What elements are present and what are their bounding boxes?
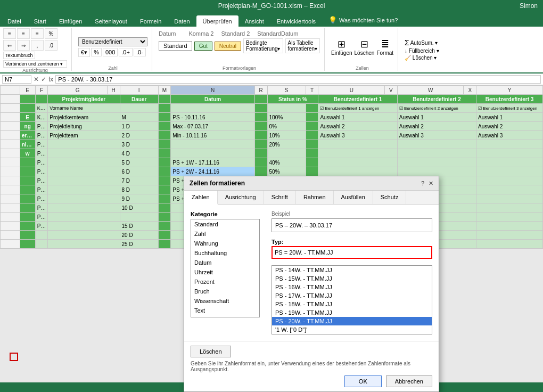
cell-u[interactable] [318, 149, 397, 158]
loeschen2-btn[interactable]: 🧹 Löschen ▾ [405, 55, 437, 61]
bedingte-formatierung-btn[interactable]: BedingteFormatierung▾ [243, 38, 283, 53]
cell-u[interactable]: Auswahl 1 [318, 113, 397, 122]
cell-dauer[interactable]: 20 D [120, 231, 158, 240]
cell-datum-selected[interactable]: PS + 2W - 24.11.16 [171, 167, 255, 176]
cell-y[interactable] [476, 158, 543, 167]
inc-decimal-btn[interactable]: .0+ [119, 48, 133, 56]
cell-y[interactable]: Auswahl 1 [476, 113, 543, 122]
cell-y[interactable] [476, 231, 543, 240]
cell-status[interactable]: 0% [267, 122, 306, 131]
tab-formeln[interactable]: Formeln [134, 15, 168, 27]
cell-datum[interactable] [171, 140, 255, 149]
cell-y[interactable]: Auswahl 2 [476, 122, 543, 131]
cell-kuerzel[interactable]: Pers 4 [35, 167, 48, 176]
cell-datum[interactable] [171, 149, 255, 158]
cell-y[interactable] [476, 240, 543, 249]
cell-dauer[interactable]: 2 D [120, 131, 158, 140]
cat-buchhaltung[interactable]: Buchhaltung [191, 248, 259, 258]
cell-dauer[interactable]: 4 D [120, 149, 158, 158]
cell-u[interactable] [318, 167, 397, 176]
comma-btn[interactable]: , [31, 40, 44, 51]
cell-name[interactable] [48, 176, 120, 185]
cell-dauer[interactable]: M [120, 113, 158, 122]
cell-name[interactable]: Projektkernteam [48, 113, 120, 122]
dec-decimal-btn[interactable]: .0- [134, 48, 146, 56]
cat-standard[interactable]: Standard [191, 219, 259, 229]
cell-w[interactable]: Auswahl 1 [397, 113, 476, 122]
cell-kuerzel[interactable]: Pers 7 [35, 194, 48, 203]
col-f-header[interactable]: F [35, 86, 48, 95]
cell-name[interactable] [48, 213, 120, 222]
cell-y[interactable] [476, 167, 543, 176]
cat-sonderformat[interactable]: Sonderformat [191, 315, 259, 317]
align-left-btn[interactable]: ≡ [3, 28, 16, 39]
tab-start[interactable]: Start [28, 15, 53, 27]
tab-entwicklertools[interactable]: Entwicklertools [270, 15, 322, 27]
col-e-header[interactable]: E [20, 86, 35, 95]
format-item[interactable]: PS - 15W. - TT.MM.JJ [272, 274, 432, 283]
cell-kuerzel[interactable]: Pers 5 [35, 176, 48, 185]
cell-kuerzel[interactable]: Pers 8 [35, 203, 48, 213]
cell-name[interactable] [48, 194, 120, 203]
col-u-header[interactable]: U [318, 86, 385, 95]
fx-icon[interactable]: fx [48, 76, 53, 83]
col-h-header[interactable]: H [107, 86, 120, 95]
percent-btn[interactable]: % [45, 28, 57, 39]
tab-ansicht[interactable]: Ansicht [238, 15, 270, 27]
col-n-header[interactable]: N [171, 86, 255, 95]
cell-dauer[interactable]: 1 D [120, 122, 158, 131]
cell-name[interactable] [48, 185, 120, 194]
style-standard[interactable]: Standard [159, 41, 192, 51]
dialog-tab-schutz[interactable]: Schutz [373, 191, 407, 204]
col-v-header[interactable]: V [385, 86, 398, 95]
col-w-header[interactable]: W [397, 86, 464, 95]
cell-y[interactable]: Auswahl 3 [476, 131, 543, 140]
tab-einfuegen[interactable]: Einfügen [53, 15, 88, 27]
cell-u[interactable]: Auswahl 3 [318, 131, 397, 140]
cell-w[interactable] [397, 167, 476, 176]
type-input[interactable] [272, 246, 432, 259]
col-r-header[interactable]: R [254, 86, 267, 95]
format-item[interactable]: PS - 16W. - TT.MM.JJ [272, 283, 432, 291]
dialog-tab-schrift[interactable]: Schrift [264, 191, 296, 204]
cell-kuerzel[interactable]: Pers 6 [35, 185, 48, 194]
cat-uhrzeit[interactable]: Uhrzeit [191, 267, 259, 277]
cell-kuerzel[interactable]: Pers 1 [35, 140, 48, 149]
cell-w[interactable]: Auswahl 3 [397, 131, 476, 140]
cell-status[interactable]: 100% [267, 113, 306, 122]
cell-y[interactable] [476, 140, 543, 149]
dialog-help-btn[interactable]: ? [421, 180, 424, 187]
cell-w[interactable]: Auswahl 2 [397, 122, 476, 131]
ok-btn[interactable]: OK [344, 375, 382, 387]
tab-datei[interactable]: Datei [1, 15, 28, 27]
cell-name[interactable] [48, 222, 120, 231]
verbinden-btn[interactable]: Verbinden und zentrieren ▾ [3, 60, 67, 68]
cell-kuerzel[interactable] [35, 240, 48, 249]
cell-datum[interactable]: Max - 07.03.17 [171, 122, 255, 131]
align-center-btn[interactable]: ≡ [17, 28, 30, 39]
cell-status[interactable]: 20% [267, 140, 306, 149]
cell-status[interactable]: 10% [267, 131, 306, 140]
cell-y[interactable] [476, 176, 543, 185]
format-item[interactable]: '1 W. ["0 D"]' [272, 325, 432, 334]
zahl-format-select[interactable]: Benutzerdefiniert [78, 37, 147, 46]
dialog-tab-zahlen[interactable]: Zahlen [184, 191, 218, 205]
style-gut[interactable]: Gut [194, 42, 212, 51]
col-s-header[interactable]: S [267, 86, 306, 95]
cancel-icon[interactable]: ✕ [34, 76, 39, 83]
cat-text[interactable]: Text [191, 306, 259, 315]
format-item[interactable]: 2 W. ["0 D"] [272, 334, 432, 334]
format-list[interactable]: PS - 14W. - TT.MM.JJ PS - 15W. - TT.MM.J… [272, 265, 432, 334]
cell-y[interactable] [476, 213, 543, 222]
cat-datum[interactable]: Datum [191, 258, 259, 267]
tab-seitenlayout[interactable]: Seitenlayout [88, 15, 134, 27]
cell-datum[interactable]: PS + 1W - 17.11.16 [171, 158, 255, 167]
name-box[interactable] [2, 75, 31, 84]
format-item-selected[interactable]: PS - 20W. - TT.MM.JJ [272, 317, 432, 325]
cell-dauer[interactable]: 5 D [120, 158, 158, 167]
align-right-btn[interactable]: ≡ [31, 28, 44, 39]
thousand-btn[interactable]: 000 [103, 48, 118, 56]
cell-y[interactable] [476, 185, 543, 194]
dialog-close-btn[interactable]: ✕ [429, 180, 433, 187]
cell-dauer[interactable]: 15 D [120, 222, 158, 231]
